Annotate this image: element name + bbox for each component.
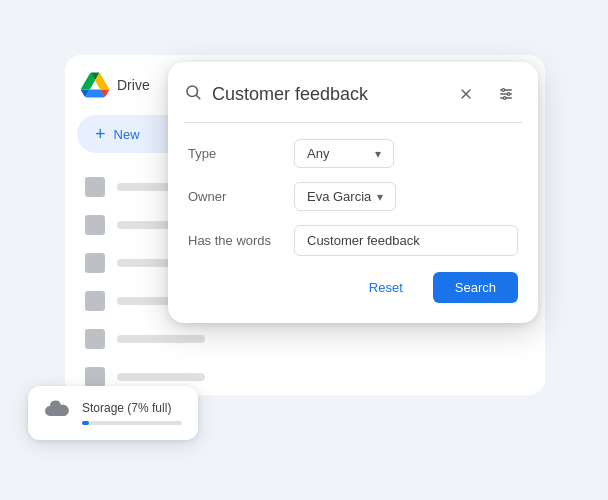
- chevron-down-icon: ▾: [377, 190, 383, 204]
- type-value: Any: [307, 146, 329, 161]
- cloud-icon: [44, 400, 70, 426]
- search-header: Customer feedback: [168, 62, 538, 122]
- search-dialog: Customer feedback: [168, 62, 538, 323]
- svg-point-8: [507, 93, 510, 96]
- storage-bar-background: [82, 421, 182, 425]
- svg-line-1: [196, 95, 199, 98]
- storage-label: Storage (7% full): [82, 401, 182, 415]
- shared-icon: [85, 253, 105, 273]
- chevron-down-icon: ▾: [375, 147, 381, 161]
- has-words-input[interactable]: [294, 225, 518, 256]
- type-select[interactable]: Any ▾: [294, 139, 394, 168]
- close-button[interactable]: [450, 78, 482, 110]
- owner-label: Owner: [188, 189, 278, 204]
- has-words-label: Has the words: [188, 233, 278, 248]
- sidebar-item-starred[interactable]: [73, 321, 217, 357]
- reset-button[interactable]: Reset: [351, 272, 421, 303]
- filter-form: Type Any ▾ Owner Eva Garcia ▾ Has the wo…: [168, 123, 538, 256]
- storage-card: Storage (7% full): [28, 386, 198, 440]
- svg-point-9: [503, 97, 506, 100]
- search-header-actions: [450, 78, 522, 110]
- computers-icon: [85, 215, 105, 235]
- new-plus-icon: +: [95, 125, 106, 143]
- storage-info: Storage (7% full): [82, 401, 182, 425]
- type-label: Type: [188, 146, 278, 161]
- search-icon: [184, 83, 202, 106]
- has-words-filter-row: Has the words: [188, 225, 518, 256]
- svg-point-7: [502, 89, 505, 92]
- owner-value: Eva Garcia: [307, 189, 371, 204]
- search-query: Customer feedback: [212, 84, 440, 105]
- type-filter-row: Type Any ▾: [188, 139, 518, 168]
- owner-filter-row: Owner Eva Garcia ▾: [188, 182, 518, 211]
- storage-bar-fill: [82, 421, 89, 425]
- filter-actions: Reset Search: [168, 256, 538, 303]
- app-title: Drive: [117, 77, 150, 93]
- my-drive-icon: [85, 177, 105, 197]
- new-button-label: New: [114, 127, 140, 142]
- recent-icon: [85, 291, 105, 311]
- starred-icon: [85, 329, 105, 349]
- drive-logo-icon: [81, 71, 109, 99]
- trash-label: [117, 373, 205, 381]
- trash-icon: [85, 367, 105, 387]
- starred-label: [117, 335, 205, 343]
- search-button[interactable]: Search: [433, 272, 518, 303]
- owner-select[interactable]: Eva Garcia ▾: [294, 182, 396, 211]
- filter-options-button[interactable]: [490, 78, 522, 110]
